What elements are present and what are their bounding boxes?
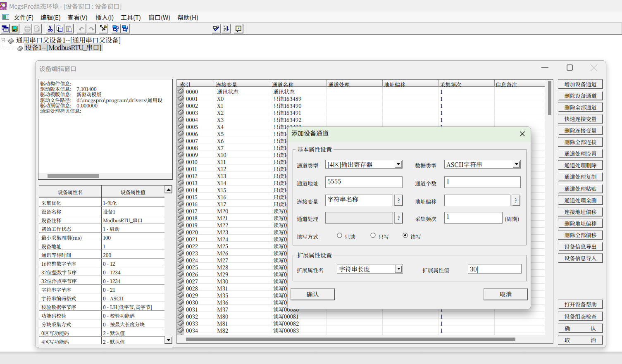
- svg-text:?: ?: [238, 25, 240, 31]
- svg-text:MCGS: MCGS: [0, 6, 7, 10]
